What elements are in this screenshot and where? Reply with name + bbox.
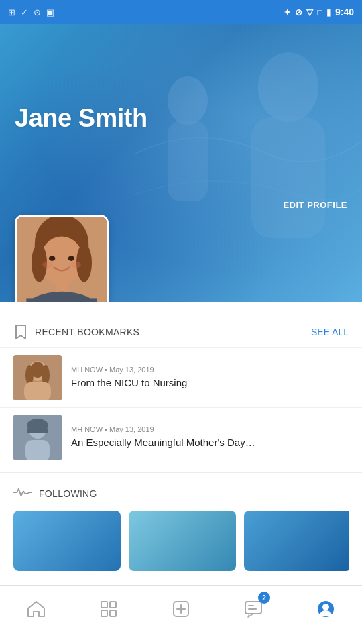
block-icon: ⊘ [295, 7, 302, 17]
main-content: RECENT BOOKMARKS SEE ALL MH NOW • May 13… [0, 302, 362, 585]
see-all-button[interactable]: SEE ALL [311, 327, 349, 337]
bottom-navigation: 2 [0, 585, 362, 644]
avatar-container[interactable] [15, 215, 109, 302]
following-card[interactable] [13, 511, 121, 571]
bookmark-title-2: An Especially Meaningful Mother's Day… [71, 436, 349, 449]
bookmark-item[interactable]: MH NOW • May 13, 2019 From the NICU to N… [0, 347, 362, 407]
svg-rect-27 [27, 428, 48, 433]
messages-badge: 2 [258, 592, 270, 604]
svg-rect-3 [251, 117, 325, 238]
bookmark-title-1: From the NICU to Nursing [71, 376, 349, 390]
bookmark-icon [13, 323, 28, 341]
following-cards [13, 511, 349, 571]
svg-point-11 [68, 256, 75, 261]
nav-item-profile[interactable] [306, 590, 346, 627]
gallery-icon: ⊞ [8, 7, 15, 17]
plus-icon [172, 600, 190, 618]
svg-rect-30 [101, 610, 107, 616]
edit-profile-button[interactable]: EDIT PROFILE [283, 200, 347, 210]
chat-icon [244, 600, 263, 618]
svg-point-10 [49, 256, 56, 261]
profile-header: Jane Smith EDIT PROFILE [0, 0, 362, 302]
bookmarks-section-header: RECENT BOOKMARKS SEE ALL [0, 315, 362, 347]
bookmark-item[interactable]: MH NOW • May 13, 2019 An Especially Mean… [0, 407, 362, 467]
nav-item-create[interactable] [161, 590, 201, 627]
status-right: ✦ ⊘ ▽ □ ▮ 9:40 [284, 7, 354, 17]
svg-rect-25 [25, 440, 50, 460]
bookmark-info-1: MH NOW • May 13, 2019 From the NICU to N… [71, 366, 349, 390]
signal-icon: □ [317, 7, 322, 17]
svg-rect-16 [26, 298, 97, 302]
following-card[interactable] [244, 511, 349, 571]
following-section: FOLLOWING [0, 478, 362, 578]
svg-point-13 [70, 262, 80, 268]
wifi-icon: ▽ [306, 7, 313, 17]
svg-rect-29 [110, 602, 116, 608]
status-time: 9:40 [335, 7, 354, 17]
profile-icon [316, 600, 335, 619]
avatar [17, 217, 107, 302]
svg-point-0 [168, 76, 208, 125]
home-icon [27, 600, 46, 618]
user-name: Jane Smith [15, 104, 147, 133]
following-header: FOLLOWING [13, 486, 349, 501]
svg-rect-28 [101, 602, 107, 608]
pulse-icon [13, 486, 32, 501]
bookmarks-title: RECENT BOOKMARKS [35, 327, 139, 337]
check-icon: ✓ [21, 7, 28, 17]
background-figures [134, 20, 362, 275]
svg-rect-35 [245, 602, 261, 614]
svg-rect-1 [168, 121, 208, 201]
record-icon: ⊙ [34, 7, 41, 17]
bluetooth-icon: ✦ [284, 7, 291, 17]
svg-point-12 [42, 262, 52, 268]
status-bar: ⊞ ✓ ⊙ ▣ ✦ ⊘ ▽ □ ▮ 9:40 [0, 0, 362, 24]
bookmarks-title-group: RECENT BOOKMARKS [13, 323, 139, 341]
document-icon: ▣ [46, 7, 54, 17]
nav-item-home[interactable] [16, 590, 56, 627]
following-card[interactable] [129, 511, 236, 571]
svg-rect-22 [24, 382, 51, 400]
bookmark-info-2: MH NOW • May 13, 2019 An Especially Mean… [71, 425, 349, 449]
svg-rect-31 [110, 610, 116, 616]
bookmark-thumbnail-1 [13, 355, 62, 400]
svg-point-2 [258, 52, 318, 122]
svg-point-39 [322, 604, 329, 610]
bookmark-thumbnail-2 [13, 415, 62, 460]
bookmark-meta-2: MH NOW • May 13, 2019 [71, 425, 349, 433]
section-divider [0, 472, 362, 473]
following-title: FOLLOWING [39, 488, 97, 499]
nav-item-messages[interactable]: 2 [233, 590, 274, 627]
battery-icon: ▮ [326, 7, 331, 17]
grid-icon [100, 600, 117, 618]
nav-item-browse[interactable] [88, 590, 129, 627]
bookmark-meta-1: MH NOW • May 13, 2019 [71, 366, 349, 374]
status-icons-left: ⊞ ✓ ⊙ ▣ [8, 7, 54, 17]
